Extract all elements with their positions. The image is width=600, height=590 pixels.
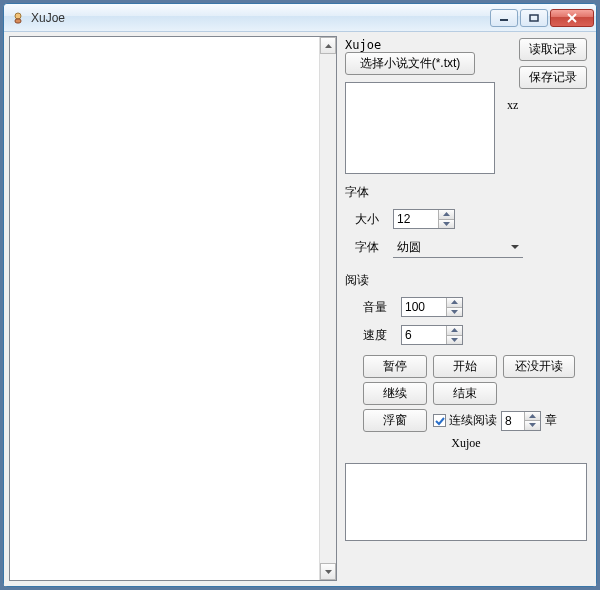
size-down-icon[interactable] — [439, 220, 454, 229]
close-button[interactable] — [550, 9, 594, 27]
volume-input[interactable] — [402, 298, 446, 316]
font-size-input[interactable] — [394, 210, 438, 228]
font-label: 字体 — [355, 239, 383, 256]
not-reading-button[interactable]: 还没开读 — [503, 355, 575, 378]
volume-up-icon[interactable] — [447, 298, 462, 308]
font-size-spinner[interactable] — [393, 209, 455, 229]
float-window-button[interactable]: 浮窗 — [363, 409, 427, 432]
chapter-down-icon[interactable] — [525, 421, 540, 430]
xz-label: xz — [507, 98, 518, 113]
scroll-down-button[interactable] — [320, 563, 336, 580]
svg-marker-12 — [451, 310, 458, 314]
scroll-up-button[interactable] — [320, 37, 336, 54]
select-file-button[interactable]: 选择小说文件(*.txt) — [345, 52, 475, 75]
speed-down-icon[interactable] — [447, 336, 462, 345]
app-window: XuJoe Xujoe 选择小说文件(*.txt) 读取记 — [3, 3, 597, 587]
svg-marker-8 — [443, 212, 450, 216]
continuous-checkbox[interactable]: 连续阅读 — [433, 412, 497, 429]
pause-button[interactable]: 暂停 — [363, 355, 427, 378]
continuous-label: 连续阅读 — [449, 412, 497, 429]
svg-marker-11 — [451, 300, 458, 304]
svg-rect-1 — [15, 19, 21, 23]
svg-marker-7 — [325, 570, 332, 574]
list-content — [10, 37, 319, 580]
save-record-button[interactable]: 保存记录 — [519, 66, 587, 89]
window-title: XuJoe — [31, 11, 490, 25]
svg-rect-3 — [530, 15, 538, 21]
speed-spinner[interactable] — [401, 325, 463, 345]
scroll-track[interactable] — [320, 54, 336, 563]
right-panel: Xujoe 选择小说文件(*.txt) 读取记录 保存记录 xz 字体 大小 — [337, 36, 591, 581]
file-info-textarea[interactable] — [345, 82, 495, 174]
scrollbar[interactable] — [319, 37, 336, 580]
maximize-button[interactable] — [520, 9, 548, 27]
chapter-up-icon[interactable] — [525, 412, 540, 422]
read-record-button[interactable]: 读取记录 — [519, 38, 587, 61]
titlebar[interactable]: XuJoe — [4, 4, 596, 32]
client-area: Xujoe 选择小说文件(*.txt) 读取记录 保存记录 xz 字体 大小 — [4, 32, 596, 586]
font-combobox[interactable]: 幼圆 — [393, 237, 523, 258]
svg-marker-16 — [529, 423, 536, 427]
end-button[interactable]: 结束 — [433, 382, 497, 405]
speed-label: 速度 — [363, 327, 391, 344]
volume-down-icon[interactable] — [447, 308, 462, 317]
size-up-icon[interactable] — [439, 210, 454, 220]
footer-label: Xujoe — [345, 436, 587, 451]
svg-marker-6 — [325, 44, 332, 48]
output-textarea[interactable] — [345, 463, 587, 541]
left-panel — [9, 36, 337, 581]
size-label: 大小 — [355, 211, 383, 228]
chapters-input[interactable] — [502, 412, 524, 430]
svg-point-0 — [15, 13, 21, 19]
app-icon — [10, 10, 26, 26]
start-button[interactable]: 开始 — [433, 355, 497, 378]
svg-marker-15 — [529, 414, 536, 418]
minimize-button[interactable] — [490, 9, 518, 27]
chapter-unit-label: 章 — [545, 412, 557, 429]
svg-marker-14 — [451, 338, 458, 342]
check-icon — [433, 414, 446, 427]
volume-spinner[interactable] — [401, 297, 463, 317]
chapters-spinner[interactable] — [501, 411, 541, 431]
read-section-header: 阅读 — [345, 272, 587, 289]
speed-input[interactable] — [402, 326, 446, 344]
svg-marker-13 — [451, 328, 458, 332]
window-buttons — [490, 9, 594, 27]
speed-up-icon[interactable] — [447, 326, 462, 336]
font-section-header: 字体 — [345, 184, 587, 201]
chevron-down-icon[interactable] — [506, 237, 523, 257]
continue-button[interactable]: 继续 — [363, 382, 427, 405]
svg-marker-9 — [443, 222, 450, 226]
font-value: 幼圆 — [397, 239, 506, 256]
volume-label: 音量 — [363, 299, 391, 316]
svg-marker-10 — [511, 245, 519, 249]
main-listbox[interactable] — [9, 36, 337, 581]
